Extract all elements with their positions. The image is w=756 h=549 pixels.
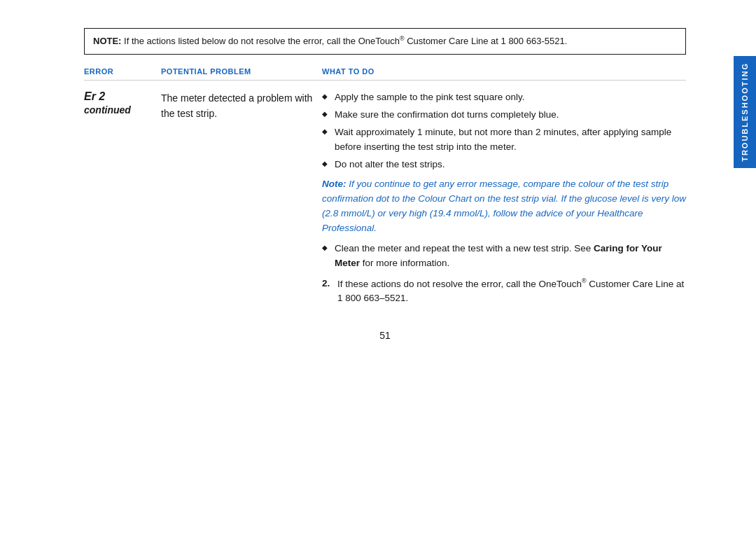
numbered-item-number: 2. <box>322 277 330 291</box>
page-number: 51 <box>84 330 686 341</box>
error-label: Er 2 <box>84 90 161 103</box>
registered-sup-2: ® <box>582 277 587 284</box>
error-col: Er 2 continued <box>84 88 161 116</box>
registered-sup: ® <box>400 35 405 42</box>
bullet-item-4: Do not alter the test strips. <box>322 158 686 172</box>
bullet-item-3: Wait approximately 1 minute, but not mor… <box>322 125 686 155</box>
numbered-list: 2. If these actions do not resolve the e… <box>322 277 686 306</box>
note-text: If the actions listed below do not resol… <box>121 36 567 46</box>
table-header: ERROR POTENTIAL PROBLEM WHAT TO DO <box>84 67 686 81</box>
note-italic-bold: Note: <box>322 179 346 189</box>
page-container: TROUBLESHOOTING NOTE: If the actions lis… <box>0 0 756 549</box>
continued-label: continued <box>84 104 161 116</box>
note-italic: Note: If you continue to get any error m… <box>322 177 686 236</box>
note-box: NOTE: If the actions listed below do not… <box>84 28 686 55</box>
table-row: Er 2 continued The meter detected a prob… <box>84 88 686 309</box>
bullet-item-1: Apply the sample to the pink test square… <box>322 90 686 105</box>
col-problem-header: POTENTIAL PROBLEM <box>161 67 322 76</box>
bullet-item-2: Make sure the confirmation dot turns com… <box>322 108 686 123</box>
bullet-item-5: Clean the meter and repeat the test with… <box>322 242 686 271</box>
problem-col: The meter detected a problem with the te… <box>161 88 322 122</box>
col-error-header: ERROR <box>84 67 161 76</box>
sidebar-tab: TROUBLESHOOTING <box>734 56 756 168</box>
col-whattodo-header: WHAT TO DO <box>322 67 686 76</box>
main-content: NOTE: If the actions listed below do not… <box>0 0 756 549</box>
whattodo-col: Apply the sample to the pink test square… <box>322 88 686 309</box>
caring-bold: Caring for Your Meter <box>335 243 662 268</box>
note-bold: NOTE: <box>93 36 121 46</box>
bullet-list-2: Clean the meter and repeat the test with… <box>322 242 686 271</box>
numbered-item-1: 2. If these actions do not resolve the e… <box>322 277 686 306</box>
sidebar-tab-label: TROUBLESHOOTING <box>741 62 749 162</box>
bullet-list: Apply the sample to the pink test square… <box>322 90 686 172</box>
